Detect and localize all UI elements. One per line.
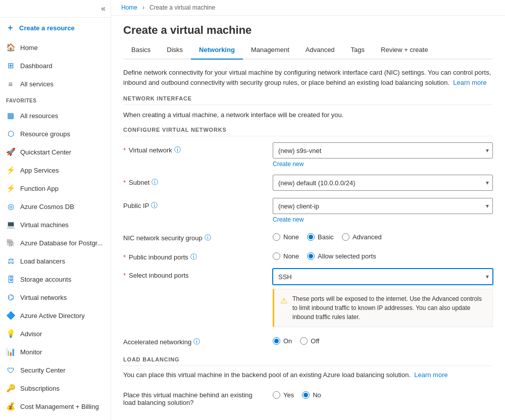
nic-nsg-none-option[interactable]: None (273, 233, 299, 241)
sidebar-item-cost-management[interactable]: 💰 Cost Management + Billing (0, 397, 111, 415)
sidebar-item-azure-ad[interactable]: 🔷 Azure Active Directory (0, 306, 111, 325)
lb-no-radio[interactable] (302, 391, 310, 399)
nic-nsg-basic-option[interactable]: Basic (307, 233, 334, 241)
nic-nsg-advanced-option[interactable]: Advanced (342, 233, 382, 241)
tab-advanced[interactable]: Advanced (297, 41, 343, 60)
sidebar-item-app-services[interactable]: ⚡ App Services (0, 161, 111, 179)
place-behind-lb-row: Place this virtual machine behind an exi… (123, 388, 493, 406)
sidebar-item-monitor[interactable]: 📊 Monitor (0, 343, 111, 361)
public-ip-select-wrapper: (new) client-ip ▾ (273, 198, 493, 214)
nic-nsg-info-icon[interactable]: ⓘ (205, 233, 211, 242)
learn-more-link[interactable]: Learn more (453, 79, 486, 86)
accelerated-networking-info-icon[interactable]: ⓘ (193, 337, 200, 346)
load-balancers-icon: ⚖ (6, 256, 15, 266)
sidebar-item-advisor[interactable]: 💡 Advisor (0, 325, 111, 343)
inbound-ports-select[interactable]: SSH (273, 269, 493, 285)
accel-on-option[interactable]: On (273, 337, 292, 345)
tab-management[interactable]: Management (243, 41, 297, 60)
accel-off-radio[interactable] (300, 337, 308, 345)
accel-on-radio[interactable] (273, 337, 280, 345)
virtual-network-label: * Virtual network ⓘ (123, 142, 265, 154)
public-ip-row: Public IP ⓘ (new) client-ip ▾ Create new (123, 198, 493, 223)
sidebar-item-home[interactable]: 🏠 Home (0, 38, 111, 57)
app-services-icon: ⚡ (6, 166, 15, 175)
tab-basics[interactable]: Basics (123, 41, 159, 60)
accel-off-option[interactable]: Off (300, 337, 319, 345)
tab-tags[interactable]: Tags (343, 41, 373, 60)
inbound-allow-option[interactable]: Allow selected ports (307, 252, 376, 260)
breadcrumb-home[interactable]: Home (121, 4, 137, 11)
dashboard-icon: ⊞ (6, 61, 15, 70)
public-inbound-ports-radio-group: None Allow selected ports (273, 249, 493, 260)
sidebar-item-dashboard[interactable]: ⊞ Dashboard (0, 57, 111, 75)
sidebar-label-monitor: Monitor (20, 348, 42, 356)
lb-yes-radio[interactable] (273, 391, 280, 399)
sidebar-item-azure-cosmos-db[interactable]: ◎ Azure Cosmos DB (0, 197, 111, 216)
place-behind-lb-label: Place this virtual machine behind an exi… (123, 388, 265, 406)
subnet-info-icon[interactable]: ⓘ (152, 178, 158, 187)
virtual-networks-icon: ⌬ (6, 293, 15, 302)
virtual-network-select[interactable]: (new) s9s-vnet (273, 142, 493, 159)
nic-nsg-radio-group: None Basic Advanced (273, 230, 493, 241)
topbar: Home › Create a virtual machine (111, 0, 505, 16)
subscriptions-icon: 🔑 (6, 384, 15, 393)
virtual-machines-icon: 💻 (6, 220, 15, 229)
tab-disks[interactable]: Disks (159, 41, 191, 60)
subnet-control: (new) default (10.0.0.0/24) ▾ (273, 175, 493, 191)
sidebar-item-subscriptions[interactable]: 🔑 Subscriptions (0, 379, 111, 397)
collapse-button[interactable]: « (101, 4, 106, 13)
sidebar: « ＋ Create a resource 🏠 Home⊞ Dashboard≡… (0, 0, 111, 420)
virtual-network-control: (new) s9s-vnet ▾ Create new (273, 142, 493, 168)
inbound-none-option[interactable]: None (273, 252, 299, 260)
sidebar-item-load-balancers[interactable]: ⚖ Load balancers (0, 252, 111, 270)
sidebar-item-function-app[interactable]: ⚡ Function App (0, 179, 111, 197)
public-inbound-ports-label: * Public inbound ports ⓘ (123, 249, 265, 261)
form-body: Define network connectivity for your vir… (111, 60, 505, 420)
favorites-label: FAVORITES (0, 95, 111, 107)
tab-bar: BasicsDisksNetworkingManagementAdvancedT… (123, 41, 493, 60)
plus-icon: ＋ (6, 23, 14, 33)
inbound-none-radio[interactable] (273, 252, 280, 260)
subnet-label: * Subnet ⓘ (123, 175, 265, 187)
sidebar-item-all-services[interactable]: ≡ All services (0, 75, 111, 93)
lb-no-option[interactable]: No (302, 391, 321, 399)
sidebar-item-azure-db-postgres[interactable]: 🐘 Azure Database for Postgr... (0, 234, 111, 252)
azure-db-postgres-icon: 🐘 (6, 238, 15, 247)
accelerated-networking-radio-group: On Off (273, 334, 493, 345)
public-ip-select[interactable]: (new) client-ip (273, 198, 493, 214)
sidebar-item-virtual-networks[interactable]: ⌬ Virtual networks (0, 288, 111, 306)
lb-learn-more-link[interactable]: Learn more (414, 371, 447, 379)
tab-review-create[interactable]: Review + create (373, 41, 436, 60)
page-title: Create a virtual machine (123, 24, 493, 37)
sidebar-item-resource-groups[interactable]: ⬡ Resource groups (0, 125, 111, 143)
virtual-network-info-icon[interactable]: ⓘ (174, 145, 181, 154)
lb-yes-option[interactable]: Yes (273, 391, 294, 399)
nic-nsg-basic-radio[interactable] (307, 233, 315, 241)
sidebar-item-help-support[interactable]: ❓ Help + support (0, 415, 111, 420)
public-ip-info-icon[interactable]: ⓘ (151, 201, 158, 210)
sidebar-static-items: 🏠 Home⊞ Dashboard≡ All services (0, 38, 111, 93)
tab-networking[interactable]: Networking (191, 41, 243, 60)
sidebar-label-all-resources: All resources (20, 112, 58, 120)
breadcrumb-sep: › (142, 4, 144, 11)
subnet-select[interactable]: (new) default (10.0.0.0/24) (273, 175, 493, 191)
sidebar-item-storage-accounts[interactable]: 🗄 Storage accounts (0, 270, 111, 288)
inbound-allow-radio[interactable] (307, 252, 315, 260)
sidebar-item-quickstart-center[interactable]: 🚀 Quickstart Center (0, 143, 111, 161)
create-resource-item[interactable]: ＋ Create a resource (0, 18, 111, 38)
sidebar-item-all-resources[interactable]: ▦ All resources (0, 107, 111, 125)
sidebar-item-security-center[interactable]: 🛡 Security Center (0, 361, 111, 379)
sidebar-label-load-balancers: Load balancers (20, 257, 65, 265)
subnet-row: * Subnet ⓘ (new) default (10.0.0.0/24) ▾ (123, 175, 493, 191)
nic-nsg-advanced-radio[interactable] (342, 233, 349, 241)
quickstart-center-icon: 🚀 (6, 147, 15, 156)
sidebar-item-virtual-machines[interactable]: 💻 Virtual machines (0, 216, 111, 234)
nic-nsg-none-radio[interactable] (273, 233, 280, 241)
all-resources-icon: ▦ (6, 111, 15, 120)
public-ip-create-new[interactable]: Create new (273, 216, 493, 223)
virtual-network-create-new[interactable]: Create new (273, 161, 493, 168)
sidebar-label-cost-management: Cost Management + Billing (20, 403, 99, 410)
advisor-icon: 💡 (6, 329, 15, 338)
public-inbound-ports-info-icon[interactable]: ⓘ (190, 252, 197, 261)
inbound-ports-select-wrapper: SSH ▾ (273, 269, 493, 285)
